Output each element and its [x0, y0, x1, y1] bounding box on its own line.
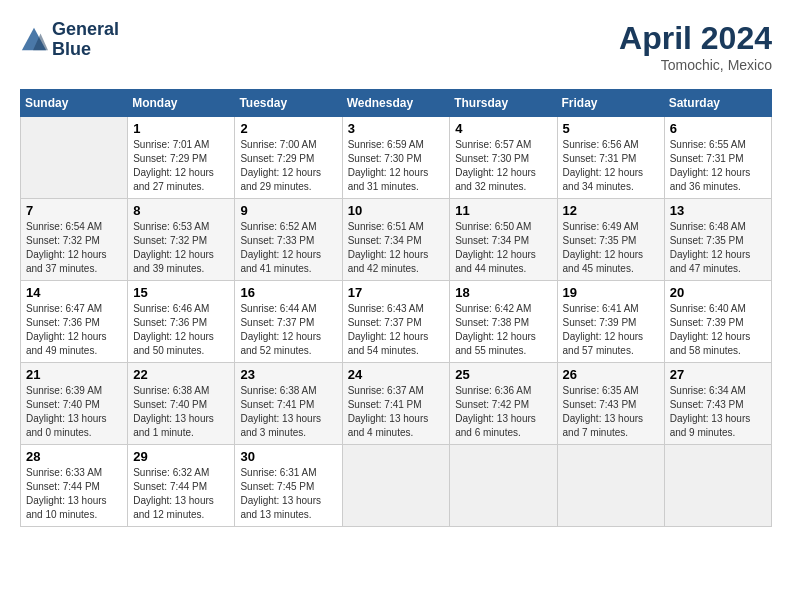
- calendar-cell: 9Sunrise: 6:52 AM Sunset: 7:33 PM Daylig…: [235, 199, 342, 281]
- day-info: Sunrise: 6:32 AM Sunset: 7:44 PM Dayligh…: [133, 466, 229, 522]
- day-info: Sunrise: 6:59 AM Sunset: 7:30 PM Dayligh…: [348, 138, 445, 194]
- calendar-cell: 16Sunrise: 6:44 AM Sunset: 7:37 PM Dayli…: [235, 281, 342, 363]
- calendar-cell: 15Sunrise: 6:46 AM Sunset: 7:36 PM Dayli…: [128, 281, 235, 363]
- day-info: Sunrise: 6:34 AM Sunset: 7:43 PM Dayligh…: [670, 384, 766, 440]
- day-info: Sunrise: 6:57 AM Sunset: 7:30 PM Dayligh…: [455, 138, 551, 194]
- day-info: Sunrise: 6:52 AM Sunset: 7:33 PM Dayligh…: [240, 220, 336, 276]
- weekday-header: Friday: [557, 90, 664, 117]
- day-number: 17: [348, 285, 445, 300]
- calendar-cell: 7Sunrise: 6:54 AM Sunset: 7:32 PM Daylig…: [21, 199, 128, 281]
- calendar-cell: 11Sunrise: 6:50 AM Sunset: 7:34 PM Dayli…: [450, 199, 557, 281]
- calendar-cell: [557, 445, 664, 527]
- day-info: Sunrise: 6:38 AM Sunset: 7:40 PM Dayligh…: [133, 384, 229, 440]
- day-number: 9: [240, 203, 336, 218]
- calendar-cell: 29Sunrise: 6:32 AM Sunset: 7:44 PM Dayli…: [128, 445, 235, 527]
- calendar-cell: 17Sunrise: 6:43 AM Sunset: 7:37 PM Dayli…: [342, 281, 450, 363]
- day-info: Sunrise: 6:56 AM Sunset: 7:31 PM Dayligh…: [563, 138, 659, 194]
- day-info: Sunrise: 6:54 AM Sunset: 7:32 PM Dayligh…: [26, 220, 122, 276]
- day-info: Sunrise: 6:49 AM Sunset: 7:35 PM Dayligh…: [563, 220, 659, 276]
- day-number: 22: [133, 367, 229, 382]
- calendar-cell: [21, 117, 128, 199]
- calendar-cell: 27Sunrise: 6:34 AM Sunset: 7:43 PM Dayli…: [664, 363, 771, 445]
- day-info: Sunrise: 6:39 AM Sunset: 7:40 PM Dayligh…: [26, 384, 122, 440]
- calendar-cell: 22Sunrise: 6:38 AM Sunset: 7:40 PM Dayli…: [128, 363, 235, 445]
- calendar-cell: 13Sunrise: 6:48 AM Sunset: 7:35 PM Dayli…: [664, 199, 771, 281]
- logo-text: General Blue: [52, 20, 119, 60]
- day-number: 3: [348, 121, 445, 136]
- calendar-cell: [342, 445, 450, 527]
- calendar-week-row: 21Sunrise: 6:39 AM Sunset: 7:40 PM Dayli…: [21, 363, 772, 445]
- day-info: Sunrise: 6:40 AM Sunset: 7:39 PM Dayligh…: [670, 302, 766, 358]
- day-number: 1: [133, 121, 229, 136]
- day-number: 4: [455, 121, 551, 136]
- day-info: Sunrise: 6:37 AM Sunset: 7:41 PM Dayligh…: [348, 384, 445, 440]
- day-info: Sunrise: 6:48 AM Sunset: 7:35 PM Dayligh…: [670, 220, 766, 276]
- day-info: Sunrise: 6:36 AM Sunset: 7:42 PM Dayligh…: [455, 384, 551, 440]
- calendar-cell: 3Sunrise: 6:59 AM Sunset: 7:30 PM Daylig…: [342, 117, 450, 199]
- calendar-body: 1Sunrise: 7:01 AM Sunset: 7:29 PM Daylig…: [21, 117, 772, 527]
- calendar-cell: [450, 445, 557, 527]
- calendar-header: SundayMondayTuesdayWednesdayThursdayFrid…: [21, 90, 772, 117]
- day-number: 6: [670, 121, 766, 136]
- day-number: 25: [455, 367, 551, 382]
- calendar-cell: 21Sunrise: 6:39 AM Sunset: 7:40 PM Dayli…: [21, 363, 128, 445]
- day-number: 10: [348, 203, 445, 218]
- day-number: 16: [240, 285, 336, 300]
- day-number: 18: [455, 285, 551, 300]
- calendar-cell: 26Sunrise: 6:35 AM Sunset: 7:43 PM Dayli…: [557, 363, 664, 445]
- day-number: 29: [133, 449, 229, 464]
- day-info: Sunrise: 6:42 AM Sunset: 7:38 PM Dayligh…: [455, 302, 551, 358]
- calendar-table: SundayMondayTuesdayWednesdayThursdayFrid…: [20, 89, 772, 527]
- day-number: 21: [26, 367, 122, 382]
- calendar-cell: 30Sunrise: 6:31 AM Sunset: 7:45 PM Dayli…: [235, 445, 342, 527]
- calendar-cell: 14Sunrise: 6:47 AM Sunset: 7:36 PM Dayli…: [21, 281, 128, 363]
- day-number: 2: [240, 121, 336, 136]
- day-info: Sunrise: 6:33 AM Sunset: 7:44 PM Dayligh…: [26, 466, 122, 522]
- day-info: Sunrise: 7:01 AM Sunset: 7:29 PM Dayligh…: [133, 138, 229, 194]
- calendar-week-row: 28Sunrise: 6:33 AM Sunset: 7:44 PM Dayli…: [21, 445, 772, 527]
- title-block: April 2024 Tomochic, Mexico: [619, 20, 772, 73]
- day-number: 13: [670, 203, 766, 218]
- day-info: Sunrise: 6:38 AM Sunset: 7:41 PM Dayligh…: [240, 384, 336, 440]
- day-number: 8: [133, 203, 229, 218]
- day-info: Sunrise: 6:44 AM Sunset: 7:37 PM Dayligh…: [240, 302, 336, 358]
- page-header: General Blue April 2024 Tomochic, Mexico: [20, 20, 772, 73]
- month-title: April 2024: [619, 20, 772, 57]
- day-info: Sunrise: 6:46 AM Sunset: 7:36 PM Dayligh…: [133, 302, 229, 358]
- calendar-cell: 5Sunrise: 6:56 AM Sunset: 7:31 PM Daylig…: [557, 117, 664, 199]
- day-info: Sunrise: 6:43 AM Sunset: 7:37 PM Dayligh…: [348, 302, 445, 358]
- weekday-header: Saturday: [664, 90, 771, 117]
- weekday-header-row: SundayMondayTuesdayWednesdayThursdayFrid…: [21, 90, 772, 117]
- day-number: 12: [563, 203, 659, 218]
- calendar-cell: 4Sunrise: 6:57 AM Sunset: 7:30 PM Daylig…: [450, 117, 557, 199]
- day-number: 7: [26, 203, 122, 218]
- weekday-header: Thursday: [450, 90, 557, 117]
- weekday-header: Wednesday: [342, 90, 450, 117]
- day-number: 26: [563, 367, 659, 382]
- calendar-cell: [664, 445, 771, 527]
- weekday-header: Sunday: [21, 90, 128, 117]
- calendar-cell: 2Sunrise: 7:00 AM Sunset: 7:29 PM Daylig…: [235, 117, 342, 199]
- day-number: 23: [240, 367, 336, 382]
- logo-icon: [20, 26, 48, 54]
- day-info: Sunrise: 6:51 AM Sunset: 7:34 PM Dayligh…: [348, 220, 445, 276]
- calendar-week-row: 14Sunrise: 6:47 AM Sunset: 7:36 PM Dayli…: [21, 281, 772, 363]
- day-number: 30: [240, 449, 336, 464]
- day-info: Sunrise: 6:53 AM Sunset: 7:32 PM Dayligh…: [133, 220, 229, 276]
- day-info: Sunrise: 6:31 AM Sunset: 7:45 PM Dayligh…: [240, 466, 336, 522]
- weekday-header: Monday: [128, 90, 235, 117]
- calendar-cell: 12Sunrise: 6:49 AM Sunset: 7:35 PM Dayli…: [557, 199, 664, 281]
- calendar-cell: 8Sunrise: 6:53 AM Sunset: 7:32 PM Daylig…: [128, 199, 235, 281]
- day-number: 11: [455, 203, 551, 218]
- calendar-cell: 25Sunrise: 6:36 AM Sunset: 7:42 PM Dayli…: [450, 363, 557, 445]
- day-number: 14: [26, 285, 122, 300]
- day-info: Sunrise: 6:35 AM Sunset: 7:43 PM Dayligh…: [563, 384, 659, 440]
- day-number: 27: [670, 367, 766, 382]
- day-info: Sunrise: 6:47 AM Sunset: 7:36 PM Dayligh…: [26, 302, 122, 358]
- calendar-cell: 28Sunrise: 6:33 AM Sunset: 7:44 PM Dayli…: [21, 445, 128, 527]
- day-info: Sunrise: 6:41 AM Sunset: 7:39 PM Dayligh…: [563, 302, 659, 358]
- calendar-cell: 20Sunrise: 6:40 AM Sunset: 7:39 PM Dayli…: [664, 281, 771, 363]
- day-info: Sunrise: 6:55 AM Sunset: 7:31 PM Dayligh…: [670, 138, 766, 194]
- weekday-header: Tuesday: [235, 90, 342, 117]
- calendar-week-row: 1Sunrise: 7:01 AM Sunset: 7:29 PM Daylig…: [21, 117, 772, 199]
